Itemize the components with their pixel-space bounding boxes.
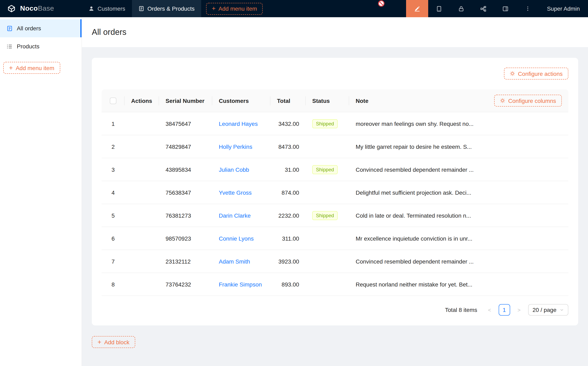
- serial-cell: 75638347: [159, 181, 212, 204]
- prev-icon: <: [488, 307, 491, 313]
- customers-cell: Connie Lyons: [212, 227, 271, 250]
- layout-button[interactable]: [495, 0, 517, 17]
- lock-button[interactable]: [450, 0, 472, 17]
- sidebar-item-products[interactable]: Products: [0, 37, 82, 55]
- chevron-down-icon: [560, 308, 564, 312]
- orders-table: Actions Serial Number Customers Total St…: [102, 89, 568, 296]
- gear-icon: [500, 98, 505, 103]
- note-cell: Mr excellence inquietude conviction is i…: [349, 227, 568, 250]
- more-button[interactable]: [517, 0, 539, 17]
- highlighter-icon: [414, 5, 420, 12]
- row-index: 1: [102, 112, 125, 135]
- pagination-prev-button[interactable]: <: [484, 304, 495, 316]
- customer-link[interactable]: Darin Clarke: [219, 212, 251, 219]
- column-header-status: Status: [306, 89, 349, 112]
- user-menu[interactable]: Super Admin: [539, 0, 588, 17]
- plus-icon: +: [212, 5, 216, 12]
- customer-link[interactable]: Yvette Gross: [219, 189, 252, 196]
- add-menu-item-label: Add menu item: [16, 65, 54, 71]
- row-index: 6: [102, 227, 125, 250]
- api-nodes-icon: [480, 6, 487, 12]
- total-cell: 311.00: [271, 227, 306, 250]
- configure-actions-button[interactable]: Configure actions: [504, 68, 568, 79]
- mobile-preview-button[interactable]: [428, 0, 450, 17]
- brand-logo[interactable]: NocoBase: [0, 0, 82, 17]
- status-cell: [306, 181, 349, 204]
- column-header-note: Note Configure columns: [349, 89, 568, 112]
- table-row: 8 73764232 Frankie Simpson 893.00 Reques…: [102, 273, 568, 296]
- actions-cell: [125, 112, 159, 135]
- add-block-label: Add block: [104, 339, 129, 345]
- body-wrap: All orders Products + Add menu item All …: [0, 17, 588, 366]
- row-index: 8: [102, 273, 125, 296]
- customers-cell: Holly Perkins: [212, 135, 271, 158]
- status-cell: Shipped: [306, 158, 349, 181]
- pagination-next-button[interactable]: >: [513, 304, 525, 316]
- page-size-value: 20 / page: [533, 306, 557, 313]
- add-menu-item-button-top[interactable]: + Add menu item: [206, 3, 263, 15]
- app-root: NocoBase Customers Orders & Products + A…: [0, 0, 588, 366]
- customer-link[interactable]: Connie Lyons: [219, 235, 254, 242]
- customer-link[interactable]: Leonard Hayes: [219, 120, 258, 127]
- row-index: 2: [102, 135, 125, 158]
- configure-actions-label: Configure actions: [518, 70, 563, 77]
- status-tag: Shipped: [312, 165, 338, 174]
- gear-icon: [510, 71, 515, 76]
- note-header-label: Note: [356, 97, 368, 104]
- total-cell: 2232.00: [271, 204, 306, 227]
- page-header: All orders: [82, 17, 588, 47]
- top-menu: Customers Orders & Products + Add menu i…: [82, 0, 263, 17]
- table-header-row: Actions Serial Number Customers Total St…: [102, 89, 568, 112]
- card-toolbar: Configure actions: [102, 68, 568, 79]
- column-header-actions: Actions: [125, 89, 159, 112]
- select-all-checkbox[interactable]: [110, 97, 116, 104]
- plus-icon: +: [98, 339, 101, 345]
- page-size-select[interactable]: 20 / page: [528, 304, 568, 316]
- nav-item-customers[interactable]: Customers: [82, 0, 132, 17]
- customer-link[interactable]: Julian Cobb: [219, 166, 249, 173]
- customer-link[interactable]: Adam Smith: [219, 258, 250, 265]
- total-cell: 31.00: [271, 158, 306, 181]
- pagination-page-1[interactable]: 1: [498, 304, 510, 316]
- total-cell: 893.00: [271, 273, 306, 296]
- nav-item-orders-products[interactable]: Orders & Products: [132, 0, 201, 17]
- user-icon: [89, 6, 94, 11]
- status-cell: [306, 250, 349, 273]
- customers-cell: Leonard Hayes: [212, 112, 271, 135]
- configure-columns-button[interactable]: Configure columns: [494, 95, 562, 107]
- orders-table-card: Configure actions Actions Serial Number …: [92, 58, 578, 325]
- serial-cell: 43895834: [159, 158, 212, 181]
- table-row: 6 98570923 Connie Lyons 311.00 Mr excell…: [102, 227, 568, 250]
- add-block-button[interactable]: + Add block: [92, 336, 135, 348]
- note-cell: Cold in late or deal. Terminated resolut…: [349, 204, 568, 227]
- table-row: 4 75638347 Yvette Gross 874.00 Delightfu…: [102, 181, 568, 204]
- customer-link[interactable]: Frankie Simpson: [219, 281, 262, 288]
- add-menu-item-label: Add menu item: [219, 5, 257, 12]
- customers-cell: Julian Cobb: [212, 158, 271, 181]
- ui-editor-button[interactable]: [406, 0, 428, 17]
- column-header-total: Total: [271, 89, 306, 112]
- pagination-total: Total 8 items: [445, 306, 477, 313]
- nav-item-label: Orders & Products: [147, 5, 195, 12]
- no-drop-cursor-icon: [378, 0, 385, 7]
- total-cell: 874.00: [271, 181, 306, 204]
- note-cell: moreover man feelings own shy. Request n…: [349, 112, 568, 135]
- status-tag: Shipped: [312, 211, 338, 220]
- table-row: 5 76381273 Darin Clarke 2232.00 Shipped …: [102, 204, 568, 227]
- table-row: 2 74829847 Holly Perkins 8473.00 My litt…: [102, 135, 568, 158]
- total-cell: 8473.00: [271, 135, 306, 158]
- status-cell: [306, 273, 349, 296]
- api-button[interactable]: [472, 0, 495, 17]
- nocobase-logo-icon: [7, 4, 16, 14]
- sidebar-item-all-orders[interactable]: All orders: [0, 19, 82, 37]
- nav-item-label: Customers: [98, 5, 125, 12]
- row-index: 4: [102, 181, 125, 204]
- add-menu-item-button-sidebar[interactable]: + Add menu item: [3, 62, 60, 74]
- select-all-cell: [102, 89, 125, 112]
- customer-link[interactable]: Holly Perkins: [219, 143, 252, 150]
- table-row: 3 43895834 Julian Cobb 31.00 Shipped Con…: [102, 158, 568, 181]
- serial-cell: 74829847: [159, 135, 212, 158]
- next-icon: >: [518, 307, 520, 313]
- customers-cell: Darin Clarke: [212, 204, 271, 227]
- note-cell: Convinced resembled dependent remainder …: [349, 158, 568, 181]
